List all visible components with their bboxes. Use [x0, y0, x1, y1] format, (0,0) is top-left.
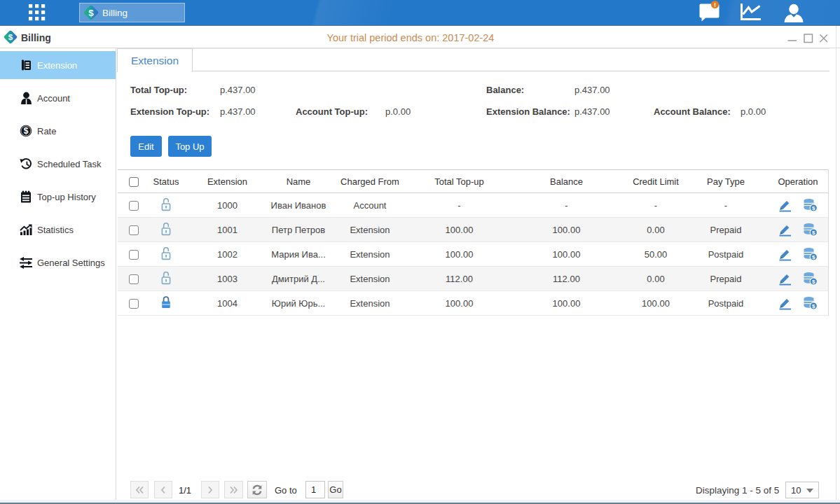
- svg-text:!: !: [714, 1, 716, 8]
- svg-text:$: $: [8, 32, 13, 41]
- svg-text:$: $: [812, 205, 815, 211]
- svg-text:$: $: [812, 279, 815, 285]
- svg-text:$: $: [812, 230, 815, 236]
- svg-text:$: $: [812, 254, 815, 260]
- svg-text:$: $: [24, 126, 29, 136]
- svg-text:$: $: [88, 8, 94, 18]
- svg-text:$: $: [812, 303, 815, 309]
